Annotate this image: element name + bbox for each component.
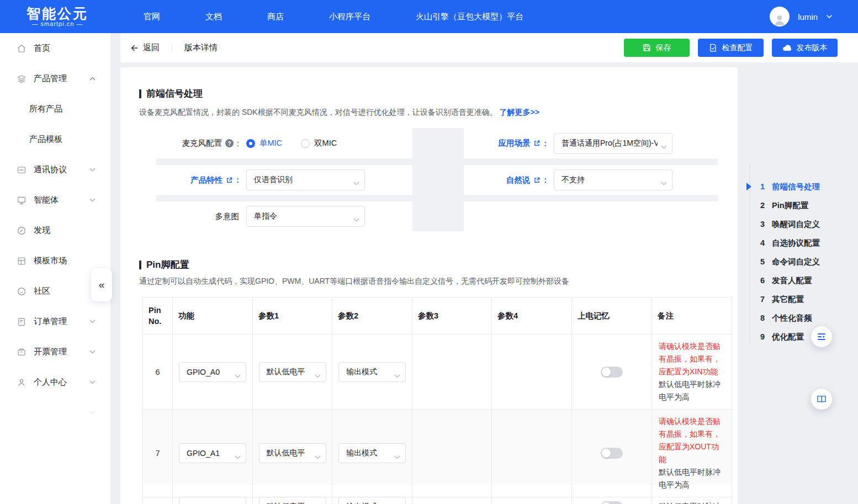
back-label: 返回 <box>143 43 160 53</box>
param4-cell <box>492 335 572 410</box>
radio-unselected-icon <box>301 139 310 148</box>
param1-select[interactable]: 默认低电平 <box>259 497 326 504</box>
step-item-pin-config[interactable]: 2Pin脚配置 <box>760 196 820 215</box>
sidebar-item-product-mgmt[interactable]: 产品管理 <box>0 63 110 94</box>
nav-link-official[interactable]: 官网 <box>144 12 160 22</box>
nav-link-miniprogram[interactable]: 小程序平台 <box>329 12 370 22</box>
col-header-power-memory: 上电记忆 <box>572 298 652 335</box>
remark-cell: 请确认模块是否贴有晶振，如果有，应配置为XIN功能 默认低电平时脉冲电平为高 <box>652 335 732 410</box>
sidebar-item-product-template[interactable]: 产品模板 <box>0 124 110 155</box>
power-memory-toggle[interactable] <box>601 501 623 504</box>
sidebar-item-discover[interactable]: 发现 <box>0 215 110 246</box>
external-link-icon <box>226 177 233 184</box>
multi-intent-select[interactable]: 单指令 <box>246 206 365 227</box>
chevron-down-icon <box>661 142 667 151</box>
pin-table-row: 9 GPIO_A2 默认低电平 输出模式 <box>143 485 732 504</box>
sidebar-collapse-button[interactable]: « <box>91 268 112 301</box>
pin-table-row: 6 GPIO_A0 默认低电平 输出模式 <box>143 335 732 410</box>
param2-select[interactable]: 输出模式 <box>338 443 406 463</box>
remark-text: 默认低电平时脉冲 <box>659 500 721 504</box>
collapse-icon: « <box>99 279 105 291</box>
pin-table-row: 7 GPIO_A1 默认低电平 输出模式 <box>143 410 732 485</box>
user-menu[interactable]: lumin <box>770 7 833 26</box>
nav-links: 官网 文档 商店 小程序平台 火山引擎（豆包大模型）平台 <box>144 12 523 22</box>
document-icon <box>17 317 27 327</box>
app-logo[interactable]: 智能公元 — smartpi.cn — <box>21 6 94 27</box>
param2-select[interactable]: 输出模式 <box>338 362 406 382</box>
col-header-remark: 备注 <box>652 298 732 335</box>
feature-select[interactable]: 仅语音识别 <box>246 169 365 190</box>
username: lumin <box>798 12 818 22</box>
check-config-button[interactable]: 检查配置 <box>698 39 764 57</box>
sidebar-label: 社区 <box>34 286 50 296</box>
sidebar-item-collapsed[interactable] <box>0 397 110 428</box>
sidebar-item-order-mgmt[interactable]: 订单管理 <box>0 306 110 337</box>
mic-config-field: 麦克风配置 ? : 单MIC 双MIC <box>156 128 412 158</box>
step-item-command-word[interactable]: 5命令词自定义 <box>760 252 820 271</box>
function-select[interactable]: GPIO_A0 <box>179 362 246 382</box>
back-button[interactable]: 返回 <box>130 43 160 53</box>
learn-more-link[interactable]: 了解更多>> <box>500 108 539 116</box>
dual-mic-radio[interactable]: 双MIC <box>301 138 337 148</box>
step-item-wake-word[interactable]: 3唤醒词自定义 <box>760 215 820 234</box>
sidebar-item-personal-center[interactable]: 个人中心 <box>0 367 110 397</box>
remark-cell: 默认低电平时脉冲 <box>652 485 732 504</box>
user-icon <box>772 12 787 26</box>
chevron-down-icon <box>394 371 400 380</box>
function-select[interactable]: GPIO_A1 <box>179 443 246 463</box>
publish-version-button[interactable]: 发布版本 <box>772 39 838 57</box>
power-memory-toggle[interactable] <box>601 367 623 378</box>
param2-select[interactable]: 输出模式 <box>338 497 406 504</box>
sidebar-label: 所有产品 <box>29 104 62 114</box>
protocol-card-icon <box>17 165 27 175</box>
pin-section-title: Pin脚配置 <box>139 258 189 271</box>
power-memory-toggle[interactable] <box>601 448 623 459</box>
step-item-personal-audio[interactable]: 8个性化音频 <box>760 309 820 327</box>
monitor-icon <box>17 195 27 205</box>
chevron-up-icon <box>89 77 96 81</box>
sidebar-label: 订单管理 <box>34 316 67 327</box>
person-icon <box>17 378 27 388</box>
step-item-protocol[interactable]: 4自选协议配置 <box>760 234 820 252</box>
pin-number: 9 <box>143 485 173 504</box>
save-button[interactable]: 保存 <box>624 39 690 57</box>
sidebar-item-invoice-mgmt[interactable]: 开票管理 <box>0 337 110 367</box>
single-mic-radio[interactable]: 单MIC <box>246 138 282 148</box>
param1-select[interactable]: 默认低电平 <box>259 362 326 382</box>
step-item-speaker[interactable]: 6发音人配置 <box>760 271 820 290</box>
signal-form: 麦克风配置 ? : 单MIC 双MIC 应用场景 <box>156 128 718 231</box>
sidebar-item-comm-protocol[interactable]: 通讯协议 <box>0 155 110 185</box>
docs-fab[interactable] <box>811 389 832 410</box>
steps-panel-fab[interactable] <box>811 326 832 347</box>
back-arrow-icon <box>130 44 139 52</box>
pin-table-header: Pin No. 功能 参数1 参数2 参数3 参数4 上电记忆 备注 <box>143 298 732 335</box>
step-item-other[interactable]: 7其它配置 <box>760 290 820 309</box>
sidebar-label: 产品模板 <box>29 134 62 145</box>
function-select[interactable]: GPIO_A2 <box>179 497 246 504</box>
floppy-icon <box>643 44 651 52</box>
sidebar-item-agent[interactable]: 智能体 <box>0 185 110 215</box>
sidebar-item-all-products[interactable]: 所有产品 <box>0 94 110 124</box>
nav-link-docs[interactable]: 文档 <box>205 12 222 22</box>
chevron-down-icon <box>315 452 321 461</box>
nav-link-store[interactable]: 商店 <box>267 12 284 22</box>
chevron-down-icon <box>353 178 359 187</box>
smiley-icon <box>17 287 27 296</box>
feature-field: 产品特性 : 仅语音识别 <box>156 165 412 195</box>
pin-number: 6 <box>143 335 173 410</box>
chevron-down-icon <box>89 168 96 172</box>
pin-section-description: 通过定制可以自动生成代码，实现GPIO、PWM、UART等端口根据语音指令输出自… <box>139 277 569 287</box>
help-icon[interactable]: ? <box>225 139 234 147</box>
chevron-down-icon <box>394 452 400 461</box>
scene-select[interactable]: 普通话通用Pro(占1M空间)-V <box>554 133 672 154</box>
cloud-upload-icon <box>782 44 792 52</box>
logo-subtitle: — smartpi.cn — <box>21 20 94 27</box>
sidebar-item-home[interactable]: 首页 <box>0 33 110 63</box>
col-header-param4: 参数4 <box>492 298 572 335</box>
step-item-signal[interactable]: 1前端信号处理 <box>760 177 820 196</box>
natural-speech-select[interactable]: 不支持 <box>554 169 672 190</box>
param1-select[interactable]: 默认低电平 <box>259 443 326 463</box>
sidebar-label: 个人中心 <box>34 377 67 388</box>
feature-label: 产品特性 <box>190 175 223 185</box>
nav-link-volcengine[interactable]: 火山引擎（豆包大模型）平台 <box>416 12 523 22</box>
